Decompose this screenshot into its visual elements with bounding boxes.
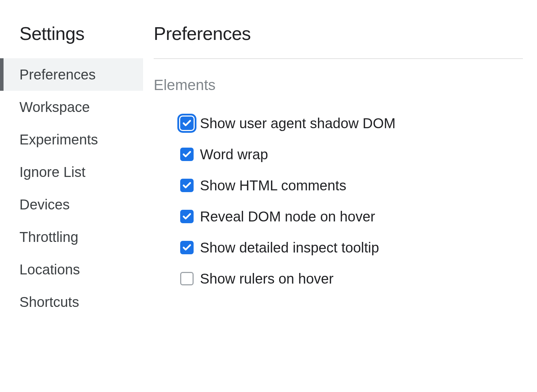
checkbox-show-rulers-on-hover[interactable] <box>180 272 194 285</box>
checkbox-show-user-agent-shadow-dom[interactable] <box>180 117 194 130</box>
checkmark-icon <box>182 212 192 221</box>
sidebar-item-shortcuts[interactable]: Shortcuts <box>0 286 143 318</box>
option-show-user-agent-shadow-dom: Show user agent shadow DOM <box>154 108 523 139</box>
main-content: Preferences Elements Show user agent sha… <box>143 0 537 392</box>
sidebar-item-label: Throttling <box>19 229 78 245</box>
sidebar-item-label: Devices <box>19 197 70 212</box>
sidebar-item-preferences[interactable]: Preferences <box>0 58 143 91</box>
section-title-elements: Elements <box>154 77 523 94</box>
sidebar-item-label: Workspace <box>19 99 90 115</box>
option-label[interactable]: Show detailed inspect tooltip <box>200 240 379 255</box>
sidebar-item-experiments[interactable]: Experiments <box>0 123 143 156</box>
sidebar-item-label: Experiments <box>19 132 98 147</box>
option-word-wrap: Word wrap <box>154 139 523 170</box>
option-show-html-comments: Show HTML comments <box>154 170 523 201</box>
checkmark-icon <box>182 118 192 128</box>
sidebar-item-label: Shortcuts <box>19 294 79 310</box>
checkmark-icon <box>182 243 192 253</box>
option-label[interactable]: Reveal DOM node on hover <box>200 209 375 224</box>
sidebar-item-ignore-list[interactable]: Ignore List <box>0 156 143 188</box>
sidebar-item-devices[interactable]: Devices <box>0 188 143 221</box>
option-label[interactable]: Show user agent shadow DOM <box>200 116 396 130</box>
checkbox-show-html-comments[interactable] <box>180 179 194 192</box>
settings-sidebar: Settings Preferences Workspace Experimen… <box>0 0 143 392</box>
checkbox-show-detailed-inspect-tooltip[interactable] <box>180 241 194 254</box>
sidebar-item-label: Ignore List <box>19 164 85 180</box>
sidebar-item-throttling[interactable]: Throttling <box>0 221 143 253</box>
option-label[interactable]: Show rulers on hover <box>200 272 334 286</box>
checkbox-reveal-dom-node-on-hover[interactable] <box>180 210 194 223</box>
sidebar-item-workspace[interactable]: Workspace <box>0 91 143 123</box>
sidebar-title: Settings <box>0 23 143 58</box>
sidebar-item-locations[interactable]: Locations <box>0 253 143 286</box>
sidebar-item-label: Preferences <box>19 67 96 82</box>
checkmark-icon <box>182 149 192 159</box>
checkbox-word-wrap[interactable] <box>180 148 194 161</box>
checkmark-icon <box>182 180 192 190</box>
option-label[interactable]: Word wrap <box>200 147 268 161</box>
option-label[interactable]: Show HTML comments <box>200 178 346 192</box>
sidebar-item-label: Locations <box>19 262 80 277</box>
option-show-detailed-inspect-tooltip: Show detailed inspect tooltip <box>154 232 523 263</box>
page-title: Preferences <box>154 23 523 59</box>
option-reveal-dom-node-on-hover: Reveal DOM node on hover <box>154 201 523 232</box>
option-show-rulers-on-hover: Show rulers on hover <box>154 263 523 294</box>
